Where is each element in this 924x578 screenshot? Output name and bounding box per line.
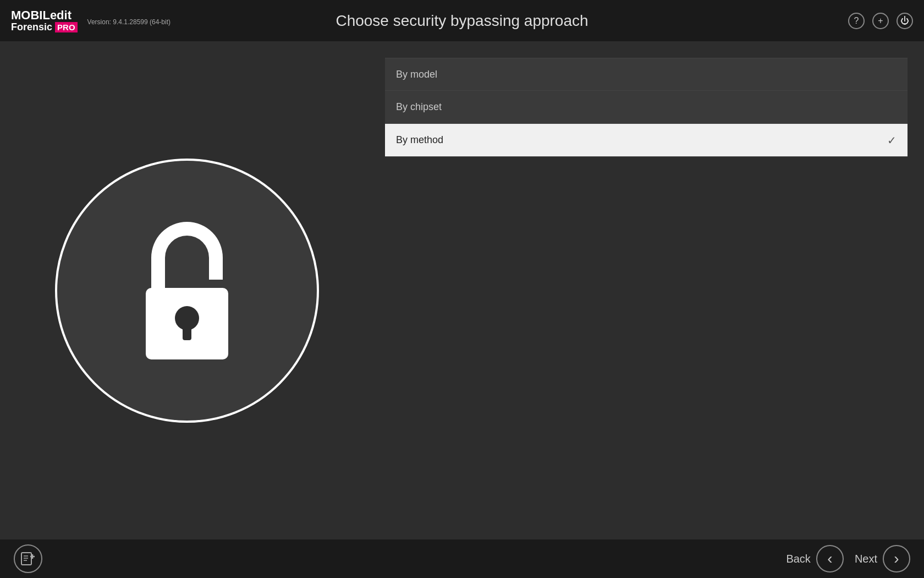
selected-checkmark: ✓: [887, 134, 897, 147]
add-icon: +: [878, 16, 883, 26]
forensic-text: Forensic: [11, 21, 52, 32]
next-arrow-icon: ›: [894, 550, 899, 568]
option-by-method[interactable]: By method ✓: [385, 124, 908, 157]
svg-rect-2: [183, 324, 191, 340]
power-icon: ⏻: [900, 16, 909, 26]
next-circle: ›: [883, 545, 910, 572]
header-icons: ? + ⏻: [848, 13, 913, 29]
next-label: Next: [855, 553, 877, 565]
main-content: By model By chipset By method ✓: [0, 41, 924, 539]
footer-right: Back ‹ Next ›: [786, 545, 910, 572]
logo-mobi-text: MOBILedit: [11, 8, 72, 22]
option-by-chipset[interactable]: By chipset: [385, 91, 908, 124]
next-button[interactable]: Next ›: [855, 545, 910, 572]
lock-circle-icon: [55, 159, 319, 423]
pro-badge: PRO: [55, 22, 78, 32]
back-circle: ‹: [816, 545, 844, 572]
back-label: Back: [786, 553, 810, 565]
right-panel: By model By chipset By method ✓: [374, 41, 924, 539]
svg-rect-3: [21, 553, 31, 565]
footer: Back ‹ Next ›: [0, 539, 924, 578]
add-device-icon: [20, 550, 36, 567]
option-by-model-label: By model: [396, 69, 437, 80]
left-panel: [0, 41, 374, 539]
logo-mobi: MOBILedit: [11, 9, 78, 22]
add-button[interactable]: +: [872, 13, 889, 29]
help-button[interactable]: ?: [848, 13, 865, 29]
header: MOBILedit Forensic PRO Version: 9.4.1.28…: [0, 0, 924, 41]
footer-left: [14, 544, 42, 573]
back-button[interactable]: Back ‹: [786, 545, 843, 572]
add-device-button[interactable]: [14, 544, 42, 573]
option-by-chipset-label: By chipset: [396, 101, 442, 113]
option-by-model[interactable]: By model: [385, 58, 908, 91]
logo-forensic: Forensic PRO: [11, 22, 78, 33]
option-by-method-label: By method: [396, 134, 443, 146]
lock-svg-icon: [124, 216, 250, 365]
version-text: Version: 9.4.1.28599 (64-bit): [87, 18, 170, 26]
help-icon: ?: [854, 16, 859, 26]
power-button[interactable]: ⏻: [897, 13, 913, 29]
page-title: Choose security bypassing approach: [336, 12, 588, 30]
back-arrow-icon: ‹: [827, 550, 832, 568]
logo-area: MOBILedit Forensic PRO: [11, 9, 78, 33]
